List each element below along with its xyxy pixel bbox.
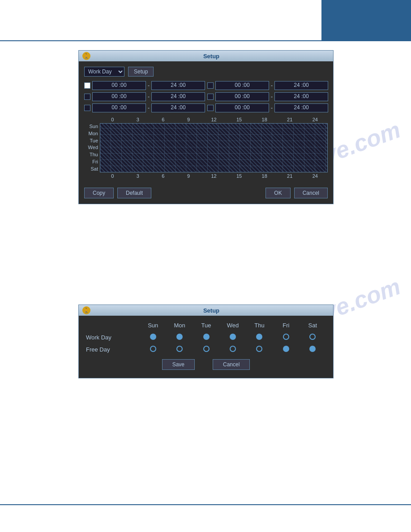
- col-sun: Sun: [140, 322, 166, 329]
- top-label-15: 15: [227, 117, 252, 122]
- day-thu: Thu: [84, 152, 100, 157]
- work-day-dropdown[interactable]: Work Day Free Day: [84, 67, 124, 77]
- cancel-button-1[interactable]: Cancel: [294, 188, 328, 198]
- schedule-main: Sun Mon Tue Wed Thu Fri Sat: [84, 123, 328, 172]
- time-end-5[interactable]: 24 :00: [274, 92, 328, 101]
- free-day-row: Free Day: [86, 344, 326, 353]
- top-label-18: 18: [252, 117, 277, 122]
- freeday-radio-mon-btn[interactable]: [176, 346, 183, 352]
- time-start-4[interactable]: 00 :00: [215, 81, 269, 90]
- bot-label-24: 24: [303, 173, 328, 179]
- time-checkbox-6[interactable]: [207, 105, 214, 111]
- day-fri: Fri: [84, 159, 100, 164]
- empty-header-cell: [86, 322, 140, 329]
- freeday-radio-fri[interactable]: [273, 346, 299, 352]
- time-row-5: 00 :00 - 24 :00: [207, 92, 328, 101]
- time-checkbox-1[interactable]: [84, 82, 90, 89]
- save-button[interactable]: Save: [162, 359, 195, 370]
- freeday-radio-sat[interactable]: [300, 346, 326, 352]
- grid-hatch: [100, 124, 327, 172]
- time-start-6[interactable]: 00 :00: [215, 103, 269, 112]
- top-label-24: 24: [303, 117, 328, 122]
- workday-radio-tue[interactable]: [193, 334, 219, 340]
- time-checkbox-2[interactable]: [84, 94, 90, 100]
- top-separator-line: [0, 40, 411, 41]
- workday-radio-fri[interactable]: [273, 334, 299, 340]
- workday-radio-wed-btn[interactable]: [230, 334, 236, 340]
- time-row-6: 00 :00 - 24 :00: [207, 103, 328, 112]
- setup-button[interactable]: Setup: [128, 67, 154, 77]
- bot-label-9: 9: [176, 173, 201, 179]
- time-end-6[interactable]: 24 :00: [274, 103, 328, 112]
- cancel-button-2[interactable]: Cancel: [213, 359, 250, 370]
- time-start-3[interactable]: 00 :00: [92, 103, 146, 112]
- dialog1-bottom-buttons: Copy Default OK Cancel: [84, 184, 328, 198]
- bot-label-12: 12: [201, 173, 227, 179]
- workday-radio-sat-btn[interactable]: [309, 334, 316, 340]
- freeday-radio-thu[interactable]: [246, 346, 273, 352]
- time-end-4[interactable]: 24 :00: [274, 81, 328, 90]
- top-label-12: 12: [201, 117, 227, 122]
- top-label-9: 9: [176, 117, 201, 122]
- time-end-2[interactable]: 24 :00: [151, 92, 205, 101]
- time-start-1[interactable]: 00 :00: [92, 81, 146, 90]
- freeday-radio-sat-btn[interactable]: [309, 346, 316, 352]
- time-checkbox-3[interactable]: [84, 105, 90, 111]
- col-sat: Sat: [300, 322, 326, 329]
- copy-button[interactable]: Copy: [84, 188, 114, 198]
- day-tue: Tue: [84, 138, 100, 143]
- workday-radio-mon[interactable]: [166, 334, 193, 340]
- bottom-separator-line: [0, 504, 411, 505]
- freeday-radio-fri-btn[interactable]: [283, 346, 289, 352]
- day-labels: Sun Mon Tue Wed Thu Fri Sat: [84, 123, 100, 172]
- work-day-label: Work Day: [86, 332, 140, 341]
- freeday-radio-mon[interactable]: [166, 346, 193, 352]
- workday-radio-thu[interactable]: [246, 334, 273, 340]
- dialog1-icon: 🚶: [82, 52, 90, 60]
- freeday-radio-wed[interactable]: [219, 346, 246, 352]
- workday-radio-tue-btn[interactable]: [203, 334, 210, 340]
- schedule-grid[interactable]: [100, 123, 328, 172]
- dialog2-icon: 🚶: [82, 306, 90, 314]
- time-checkbox-4[interactable]: [207, 82, 214, 89]
- time-row-4: 00 :00 - 24 :00: [207, 81, 328, 90]
- work-day-row: Work Day: [86, 332, 326, 341]
- freeday-radio-sun[interactable]: [140, 346, 166, 352]
- default-button[interactable]: Default: [117, 188, 151, 198]
- time-start-5[interactable]: 00 :00: [215, 92, 269, 101]
- dialog2-title: Setup: [93, 307, 330, 314]
- freeday-radio-sun-btn[interactable]: [150, 346, 156, 352]
- top-label-3: 3: [125, 117, 151, 122]
- time-end-3[interactable]: 24 :00: [151, 103, 205, 112]
- day-wed: Wed: [84, 145, 100, 150]
- workday-radio-wed[interactable]: [219, 334, 246, 340]
- workday-radio-sun[interactable]: [140, 334, 166, 340]
- bot-label-18: 18: [252, 173, 277, 179]
- col-fri: Fri: [273, 322, 299, 329]
- time-rows-container: 00 :00 - 24 :00 00 :00 - 24 :00 00 :00 -…: [84, 81, 328, 112]
- workday-radio-thu-btn[interactable]: [256, 334, 262, 340]
- workday-radio-mon-btn[interactable]: [176, 334, 183, 340]
- time-start-2[interactable]: 00 :00: [92, 92, 146, 101]
- col-mon: Mon: [166, 322, 193, 329]
- dialog2-body: Sun Mon Tue Wed Thu Fri Sat Work Day: [79, 316, 333, 378]
- freeday-radio-wed-btn[interactable]: [230, 346, 236, 352]
- dialog1-body: Work Day Free Day Setup 00 :00 - 24 :00 …: [79, 61, 333, 204]
- ok-button[interactable]: OK: [265, 188, 290, 198]
- time-row-1: 00 :00 - 24 :00: [84, 81, 205, 90]
- day-sun: Sun: [84, 124, 100, 129]
- freeday-radio-tue-btn[interactable]: [203, 346, 210, 352]
- dialog1-left-buttons: Copy Default: [84, 188, 151, 198]
- freeday-radio-tue[interactable]: [193, 346, 219, 352]
- workday-radio-sun-btn[interactable]: [150, 334, 156, 340]
- freeday-radio-thu-btn[interactable]: [256, 346, 262, 352]
- col-wed: Wed: [219, 322, 246, 329]
- dialog2-title-bar: 🚶 Setup: [79, 305, 333, 316]
- bot-label-21: 21: [277, 173, 303, 179]
- workday-radio-fri-btn[interactable]: [283, 334, 289, 340]
- workday-radio-sat[interactable]: [300, 334, 326, 340]
- setup-dialog-1: 🚶 Setup Work Day Free Day Setup 00 :00 -…: [78, 50, 334, 204]
- day-sat: Sat: [84, 167, 100, 172]
- time-end-1[interactable]: 24 :00: [151, 81, 205, 90]
- time-checkbox-5[interactable]: [207, 94, 214, 100]
